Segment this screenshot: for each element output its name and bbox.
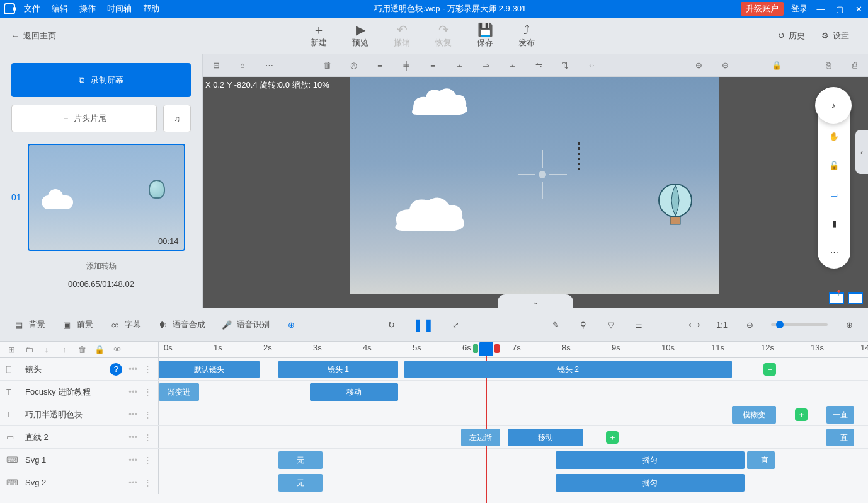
music-button[interactable]: ♫ bbox=[163, 105, 191, 132]
scene-thumbnail[interactable]: 00:14 bbox=[28, 144, 185, 251]
edit-timeline-icon[interactable]: ✎ bbox=[549, 318, 562, 331]
track-body[interactable]: 默认镜头镜头 1镜头 2＋ bbox=[159, 358, 868, 380]
home-icon[interactable]: ⌂ bbox=[236, 59, 249, 72]
mobile-view-icon[interactable]: ▮ bbox=[826, 216, 842, 231]
distribute-h-icon[interactable]: ⇋ bbox=[532, 59, 545, 72]
zoom-in-timeline-icon[interactable]: ⊕ bbox=[843, 318, 855, 331]
tts-button[interactable]: 🗣语音合成 bbox=[156, 318, 205, 331]
menu-help[interactable]: 帮助 bbox=[143, 3, 159, 14]
menu-timeline[interactable]: 时间轴 bbox=[107, 3, 132, 14]
pause-button[interactable]: ❚❚ bbox=[413, 317, 434, 332]
menu-edit[interactable]: 编辑 bbox=[52, 3, 68, 14]
track-menu-icon[interactable]: ••• bbox=[128, 410, 137, 419]
ruler-icon[interactable]: ⊟ bbox=[209, 59, 223, 72]
track-drag-icon[interactable]: ⋮ bbox=[144, 432, 152, 442]
canvas-content[interactable] bbox=[350, 77, 719, 294]
track-menu-icon[interactable]: ••• bbox=[128, 478, 137, 487]
track-menu-icon[interactable]: ••• bbox=[128, 432, 137, 442]
track-menu-icon[interactable]: ••• bbox=[128, 455, 137, 465]
lock-track-icon[interactable]: 🔒 bbox=[94, 345, 105, 354]
align-top-icon[interactable]: ⫠ bbox=[452, 59, 466, 72]
timeline-clip[interactable]: 无 bbox=[278, 451, 323, 469]
add-transition-label[interactable]: 添加转场 bbox=[11, 261, 191, 272]
add-intro-outro-button[interactable]: ＋ 片头片尾 bbox=[11, 105, 157, 132]
upgrade-button[interactable]: 升级账户 bbox=[741, 2, 784, 16]
track-menu-icon[interactable]: ••• bbox=[128, 387, 137, 396]
add-keyframe-button[interactable]: ＋ bbox=[795, 408, 808, 421]
minimap[interactable]: 📍 bbox=[829, 292, 863, 304]
minimize-icon[interactable]: — bbox=[815, 3, 826, 14]
preview-button[interactable]: ▶预览 bbox=[352, 23, 368, 49]
minimap-view-icon[interactable]: 📍 bbox=[829, 292, 844, 304]
hand-icon[interactable]: ✋ bbox=[826, 129, 842, 144]
right-side-toggle[interactable]: ‹ bbox=[855, 130, 868, 174]
one-to-one-icon[interactable]: 1:1 bbox=[716, 318, 728, 331]
sliders-icon[interactable]: ⚌ bbox=[632, 318, 645, 331]
filter-icon[interactable]: ⚲ bbox=[577, 318, 590, 331]
foreground-button[interactable]: ▣前景 bbox=[60, 318, 93, 331]
record-screen-button[interactable]: ⧉ 录制屏幕 bbox=[11, 63, 191, 97]
track-body[interactable]: 模糊变一直＋ bbox=[159, 403, 868, 425]
arrow-up-icon[interactable]: ↑ bbox=[59, 345, 69, 354]
canvas-expand-toggle[interactable]: ⌄ bbox=[498, 294, 573, 308]
timeline-clip[interactable]: 一直 bbox=[826, 406, 854, 424]
desktop-view-icon[interactable]: ▭ bbox=[826, 187, 842, 202]
target-icon[interactable]: ◎ bbox=[346, 59, 360, 72]
track-head[interactable]: ⌨Svg 1•••⋮ bbox=[0, 449, 159, 471]
track-drag-icon[interactable]: ⋮ bbox=[144, 364, 152, 374]
menu-action[interactable]: 操作 bbox=[79, 3, 96, 14]
timeline-clip[interactable]: 默认镜头 bbox=[159, 361, 260, 378]
lock-icon[interactable]: 🔒 bbox=[770, 59, 784, 72]
zoom-out-timeline-icon[interactable]: ⊖ bbox=[743, 318, 756, 331]
track-body[interactable]: 无摇匀 bbox=[159, 471, 868, 494]
minimap-alt-icon[interactable] bbox=[848, 292, 863, 304]
timeline-clip[interactable]: 摇匀 bbox=[556, 451, 745, 469]
login-button[interactable]: 登录 bbox=[791, 3, 808, 14]
track-head[interactable]: ⎕镜头?•••⋮ bbox=[0, 358, 159, 380]
align-center-icon[interactable]: ╪ bbox=[399, 59, 413, 72]
subtitle-button[interactable]: ㏄字幕 bbox=[108, 318, 141, 331]
track-head[interactable]: T巧用半透明色块•••⋮ bbox=[0, 403, 159, 425]
paste-icon[interactable]: ⎙ bbox=[848, 59, 862, 72]
publish-button[interactable]: ⤴发布 bbox=[518, 23, 535, 49]
zoom-slider[interactable] bbox=[771, 323, 828, 326]
save-button[interactable]: 💾保存 bbox=[477, 23, 493, 49]
expand-icon[interactable]: ⤢ bbox=[449, 318, 462, 331]
timeline-clip[interactable]: 一直 bbox=[826, 429, 854, 446]
align-bottom-icon[interactable]: ⫠ bbox=[505, 59, 519, 72]
align-right-icon[interactable]: ≡ bbox=[426, 59, 440, 72]
visibility-icon[interactable]: 👁 bbox=[112, 345, 122, 354]
add-track-icon[interactable]: ⊞ bbox=[6, 345, 16, 354]
restart-icon[interactable]: ↻ bbox=[385, 318, 397, 331]
timeline-clip[interactable]: 镜头 2 bbox=[404, 361, 732, 378]
track-drag-icon[interactable]: ⋮ bbox=[144, 478, 152, 487]
playhead[interactable] bbox=[479, 342, 493, 356]
folder-icon[interactable]: 🗀 bbox=[24, 345, 34, 354]
new-button[interactable]: ＋新建 bbox=[311, 23, 327, 49]
track-body[interactable]: 无摇匀一直 bbox=[159, 449, 868, 471]
more-icon[interactable]: ⋯ bbox=[262, 59, 276, 72]
asr-button[interactable]: 🎤语音识别 bbox=[220, 318, 270, 331]
timeline-clip[interactable]: 左边渐 bbox=[461, 429, 500, 446]
unlock-icon[interactable]: 🔓 bbox=[826, 158, 842, 173]
track-drag-icon[interactable]: ⋮ bbox=[144, 455, 152, 465]
timeline-clip[interactable]: 移动 bbox=[508, 429, 583, 446]
back-home-button[interactable]: ← 返回主页 bbox=[0, 30, 67, 42]
timeline-clip[interactable]: 摇匀 bbox=[556, 474, 745, 492]
zoom-in-icon[interactable]: ⊕ bbox=[692, 59, 705, 72]
arrow-down-icon[interactable]: ↓ bbox=[42, 345, 52, 354]
more-controls-button[interactable]: ⊕ bbox=[285, 318, 297, 331]
delete-track-icon[interactable]: 🗑 bbox=[77, 345, 87, 354]
align-middle-icon[interactable]: ⫡ bbox=[479, 59, 493, 72]
timeline-clip[interactable]: 模糊变 bbox=[732, 406, 776, 424]
track-menu-icon[interactable]: ••• bbox=[128, 364, 137, 374]
history-button[interactable]: ↺ 历史 bbox=[778, 30, 805, 42]
help-icon[interactable]: ? bbox=[110, 363, 122, 376]
timeline-clip[interactable]: 镜头 1 bbox=[278, 361, 398, 378]
fit-icon[interactable]: ⟷ bbox=[688, 318, 700, 331]
trash-icon[interactable]: 🗑 bbox=[320, 59, 334, 72]
add-keyframe-button[interactable]: ＋ bbox=[763, 363, 776, 376]
track-head[interactable]: ▭直线 2•••⋮ bbox=[0, 426, 159, 448]
funnel-icon[interactable]: ▽ bbox=[605, 318, 617, 331]
track-head[interactable]: TFocusky 进阶教程•••⋮ bbox=[0, 381, 159, 403]
